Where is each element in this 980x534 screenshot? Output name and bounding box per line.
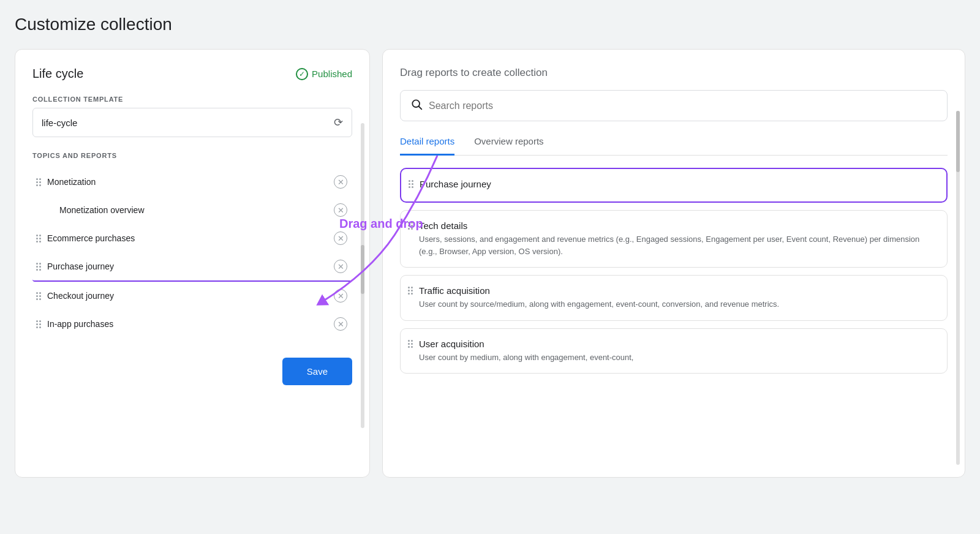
report-title-traffic: Traffic acquisition <box>419 285 779 296</box>
report-desc-user: User count by medium, along with engagem… <box>419 352 633 364</box>
template-field[interactable]: life-cycle ⟳ <box>32 108 352 137</box>
remove-monetization-overview-button[interactable]: ✕ <box>333 202 349 218</box>
template-icon: ⟳ <box>334 116 343 129</box>
topic-name-monetization-overview: Monetization overview <box>47 205 333 215</box>
remove-checkout-button[interactable]: ✕ <box>333 288 349 304</box>
report-card-user-content: User acquisition User count by medium, a… <box>419 339 633 364</box>
topic-ecommerce-purchases[interactable]: Ecommerce purchases ✕ <box>32 224 352 252</box>
left-scrollbar-thumb[interactable] <box>361 245 364 294</box>
topic-inapp-purchases[interactable]: In-app purchases ✕ <box>32 310 352 338</box>
remove-monetization-icon: ✕ <box>334 175 347 189</box>
right-panel: Drag reports to create collection Detail… <box>382 49 965 478</box>
page-title: Customize collection <box>15 15 965 34</box>
remove-monetization-overview-icon: ✕ <box>334 203 347 217</box>
search-bar[interactable] <box>400 90 948 121</box>
drag-handle-monetization[interactable] <box>36 178 41 186</box>
drag-handle-ecommerce[interactable] <box>36 235 41 243</box>
right-panel-title: Drag reports to create collection <box>400 67 948 79</box>
drag-handle-inapp[interactable] <box>36 320 41 328</box>
right-scrollbar-thumb[interactable] <box>956 111 960 172</box>
drag-handle-traffic-acquisition[interactable] <box>408 287 413 295</box>
report-card-tech-details[interactable]: Tech details Users, sessions, and engage… <box>400 210 948 268</box>
remove-inapp-button[interactable]: ✕ <box>333 316 349 332</box>
remove-monetization-button[interactable]: ✕ <box>333 174 349 190</box>
save-button[interactable]: Save <box>282 358 352 385</box>
right-scrollbar-track <box>956 111 960 465</box>
left-header: Life cycle ✓ Published <box>32 67 352 81</box>
report-card-user-acquisition[interactable]: User acquisition User count by medium, a… <box>400 328 948 374</box>
report-desc-traffic: User count by source/medium, along with … <box>419 298 779 310</box>
search-input[interactable] <box>429 100 937 111</box>
remove-inapp-icon: ✕ <box>334 317 347 331</box>
report-card-purchase-journey-content: Purchase journey <box>420 179 491 192</box>
drag-handle-user-acquisition[interactable] <box>408 340 413 348</box>
topic-name-inapp: In-app purchases <box>47 319 333 329</box>
topic-monetization-overview[interactable]: Monetization overview ✕ <box>32 196 352 224</box>
remove-purchase-journey-button[interactable]: ✕ <box>333 258 349 274</box>
drag-handle-purchase-journey[interactable] <box>36 263 41 271</box>
search-icon <box>410 98 423 113</box>
tab-overview-reports[interactable]: Overview reports <box>474 136 543 156</box>
left-panel: Life cycle ✓ Published COLLECTION TEMPLA… <box>15 49 370 478</box>
drag-handle-purchase-journey-card[interactable] <box>409 180 413 188</box>
topic-name-purchase-journey: Purchase journey <box>47 261 333 271</box>
remove-checkout-icon: ✕ <box>334 289 347 303</box>
report-card-tech-details-content: Tech details Users, sessions, and engage… <box>419 220 937 257</box>
topics-label: TOPICS AND REPORTS <box>32 152 352 159</box>
published-badge: ✓ Published <box>296 68 352 80</box>
published-check-icon: ✓ <box>296 68 308 80</box>
collection-title: Life cycle <box>32 67 83 81</box>
report-title-purchase-journey: Purchase journey <box>420 179 491 189</box>
remove-purchase-journey-icon: ✕ <box>334 260 347 273</box>
left-scrollbar-track <box>361 123 364 428</box>
topic-purchase-journey[interactable]: Purchase journey ✕ <box>32 252 352 282</box>
report-card-traffic-acquisition[interactable]: Traffic acquisition User count by source… <box>400 275 948 321</box>
remove-ecommerce-icon: ✕ <box>334 231 347 245</box>
topic-checkout-journey[interactable]: Checkout journey ✕ <box>32 282 352 310</box>
remove-ecommerce-button[interactable]: ✕ <box>333 230 349 246</box>
report-title-user: User acquisition <box>419 339 633 349</box>
save-btn-row: Save <box>32 358 352 385</box>
drag-handle-checkout[interactable] <box>36 292 41 300</box>
collection-template-label: COLLECTION TEMPLATE <box>32 96 352 103</box>
svg-line-1 <box>419 107 422 110</box>
topic-name-checkout: Checkout journey <box>47 291 333 301</box>
drag-handle-tech-details[interactable] <box>408 222 413 230</box>
tabs-row: Detail reports Overview reports <box>400 136 948 156</box>
tab-detail-reports[interactable]: Detail reports <box>400 136 454 156</box>
topic-name-monetization: Monetization <box>47 177 333 187</box>
report-card-purchase-journey[interactable]: Purchase journey <box>400 168 948 203</box>
report-title-tech-details: Tech details <box>419 220 937 231</box>
report-desc-tech-details: Users, sessions, and engagement and reve… <box>419 233 937 257</box>
topic-name-ecommerce: Ecommerce purchases <box>47 233 333 243</box>
template-value: life-cycle <box>42 118 334 128</box>
published-label: Published <box>312 69 352 79</box>
report-card-traffic-content: Traffic acquisition User count by source… <box>419 285 779 310</box>
topics-list: Monetization ✕ Monetization overview ✕ <box>32 168 352 338</box>
topic-monetization[interactable]: Monetization ✕ <box>32 168 352 196</box>
